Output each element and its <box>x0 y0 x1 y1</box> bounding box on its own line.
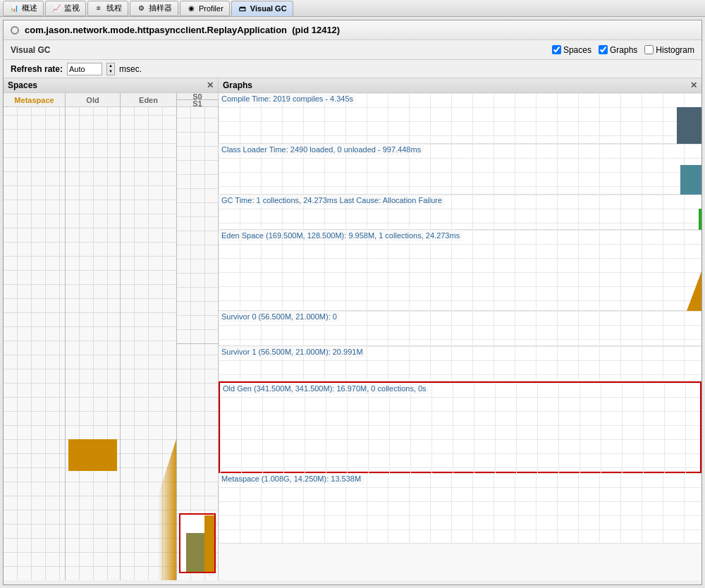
compile-time-graph: Compile Time: 2019 compiles - 4.345s <box>219 93 701 144</box>
old-gen-grid <box>220 383 700 474</box>
spaces-close-button[interactable]: ✕ <box>207 80 214 90</box>
histogram-checkbox-container: Histogram <box>644 45 694 55</box>
s1-header: S1 <box>177 100 218 107</box>
window-titlebar: com.jason.network.mode.httpasyncclient.R… <box>4 20 701 40</box>
tab-overview[interactable]: 📊 概述 <box>3 1 44 16</box>
classloader-graph: Class Loader Time: 2490 loaded, 0 unload… <box>219 144 701 195</box>
spaces-panel-header: Spaces ✕ <box>4 78 218 93</box>
overview-icon: 📊 <box>9 4 19 13</box>
old-gen-fill-block <box>68 439 117 471</box>
eden-column <box>121 107 177 580</box>
tab-profiler[interactable]: ◉ Profiler <box>180 1 230 16</box>
threads-icon: ≡ <box>94 4 104 13</box>
graphs-checkbox-container: Graphs <box>599 45 637 55</box>
main-window: com.jason.network.mode.httpasyncclient.R… <box>3 20 702 585</box>
tab-threads-label: 线程 <box>106 3 122 13</box>
monitor-icon: 📈 <box>51 4 61 13</box>
graphs-panel-title: Graphs <box>223 80 252 90</box>
eden-header: Eden <box>121 93 177 106</box>
spinner-down-icon[interactable]: ▼ <box>107 69 114 75</box>
tab-sampler-label: 抽样器 <box>149 3 172 13</box>
metaspace-column <box>4 107 66 580</box>
graphs-content: Compile Time: 2019 compiles - 4.345s Cla… <box>219 93 701 580</box>
old-header: Old <box>66 93 121 106</box>
s1-fill-orange <box>204 515 214 572</box>
refresh-spinner[interactable]: ▲ ▼ <box>106 63 115 75</box>
metaspace-graph: Metaspace (1.008G, 14.250M): 13.538M <box>219 473 701 544</box>
refresh-unit-label: msec. <box>119 64 142 74</box>
profiler-icon: ◉ <box>186 4 196 13</box>
survivor1-graph: Survivor 1 (56.500M, 21.000M): 20.991M <box>219 346 701 381</box>
tab-threads[interactable]: ≡ 线程 <box>87 1 128 16</box>
eden-fill-block <box>130 439 176 580</box>
tab-visualgc-label: Visual GC <box>250 4 287 13</box>
graphs-panel-header: Graphs ✕ <box>219 78 701 93</box>
classloader-bar <box>680 165 701 195</box>
gc-time-bar <box>699 209 701 230</box>
graphs-checkbox-label: Graphs <box>610 45 637 55</box>
view-options: Spaces Graphs Histogram <box>552 45 694 55</box>
metaspace-label: Metaspace (1.008G, 14.250M): 13.538M <box>219 473 364 484</box>
tab-monitor[interactable]: 📈 监视 <box>45 1 86 16</box>
old-gen-label: Old Gen (341.500M, 341.500M): 16.970M, 0… <box>220 383 429 394</box>
refresh-label: Refresh rate: <box>11 64 63 74</box>
s1-column <box>177 344 218 580</box>
spaces-checkbox-container: Spaces <box>552 45 591 55</box>
spaces-panel-title: Spaces <box>8 80 37 90</box>
gc-time-graph: GC Time: 1 collections, 24.273ms Last Ca… <box>219 195 701 230</box>
s0-column <box>177 107 218 344</box>
survivor0-label: Survivor 0 (56.500M, 21.000M): 0 <box>219 311 340 322</box>
tab-profiler-label: Profiler <box>199 4 223 13</box>
tab-sampler[interactable]: ⚙ 抽样器 <box>130 1 178 16</box>
content-area: Spaces ✕ Metaspace Old Eden S0 S1 <box>4 78 701 580</box>
main-toolbar: 📊 概述 📈 监视 ≡ 线程 ⚙ 抽样器 ◉ Profiler 🗃 Visual… <box>0 0 705 17</box>
sampler-icon: ⚙ <box>136 4 146 13</box>
metaspace-header: Metaspace <box>4 93 66 106</box>
window-circle-icon <box>11 26 19 35</box>
eden-space-grid <box>219 230 701 311</box>
old-gen-area <box>220 383 700 474</box>
subtitle-label: Visual GC <box>11 45 50 55</box>
histogram-checkbox-label: Histogram <box>656 45 694 55</box>
refresh-rate-row: Refresh rate: ▲ ▼ msec. <box>4 60 701 78</box>
old-column <box>66 107 121 580</box>
visualgc-icon: 🗃 <box>238 4 247 13</box>
histogram-checkbox[interactable] <box>644 45 654 54</box>
graphs-panel: Graphs ✕ Compile Time: 2019 compiles - 4… <box>219 78 701 580</box>
s0s1-column <box>177 107 218 580</box>
graphs-close-button[interactable]: ✕ <box>690 80 697 90</box>
spinner-up-icon[interactable]: ▲ <box>107 63 114 69</box>
spaces-visual <box>4 107 218 580</box>
survivor1-label: Survivor 1 (56.500M, 21.000M): 20.991M <box>219 346 366 357</box>
old-gen-graph: Old Gen (341.500M, 341.500M): 16.970M, 0… <box>219 381 701 473</box>
tab-visualgc[interactable]: 🗃 Visual GC <box>231 1 293 16</box>
spaces-checkbox-label: Spaces <box>563 45 591 55</box>
spaces-panel: Spaces ✕ Metaspace Old Eden S0 S1 <box>4 78 219 580</box>
compile-time-label: Compile Time: 2019 compiles - 4.345s <box>219 93 356 104</box>
s0s1-headers: S0 S1 <box>177 93 218 106</box>
window-app-title: com.jason.network.mode.httpasyncclient.R… <box>25 25 340 35</box>
tab-overview-label: 概述 <box>22 3 37 13</box>
compile-time-bar <box>677 107 701 144</box>
eden-space-label: Eden Space (169.500M, 128.500M): 9.958M,… <box>219 230 462 241</box>
spaces-header-row: Metaspace Old Eden S0 S1 <box>4 93 218 107</box>
classloader-label: Class Loader Time: 2490 loaded, 0 unload… <box>219 144 424 155</box>
spaces-checkbox[interactable] <box>552 45 561 54</box>
refresh-input[interactable] <box>67 63 102 75</box>
subheader-bar: Visual GC Spaces Graphs Histogram <box>4 40 701 60</box>
gc-time-label: GC Time: 1 collections, 24.273ms Last Ca… <box>219 195 445 206</box>
s1-highlight-box <box>179 513 216 573</box>
tab-monitor-label: 监视 <box>64 3 80 13</box>
eden-space-area <box>219 230 701 311</box>
eden-space-graph: Eden Space (169.500M, 128.500M): 9.958M,… <box>219 230 701 311</box>
survivor0-graph: Survivor 0 (56.500M, 21.000M): 0 <box>219 311 701 346</box>
graphs-checkbox[interactable] <box>599 45 608 54</box>
